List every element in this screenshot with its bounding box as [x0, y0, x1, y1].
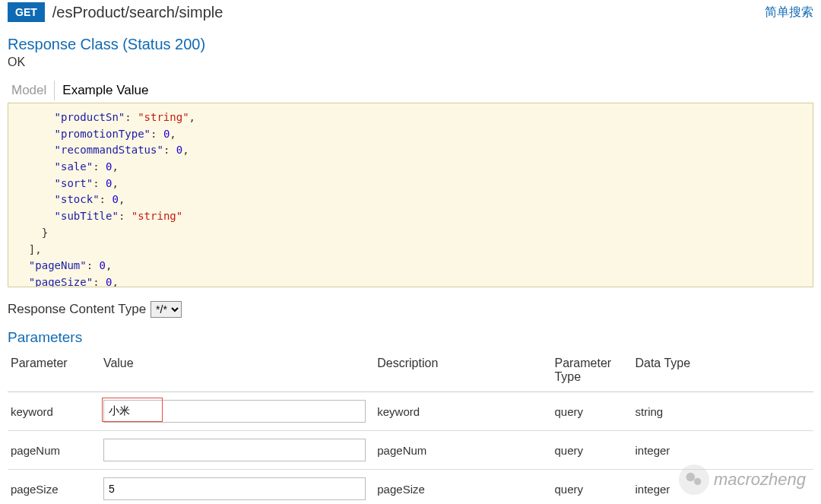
param-value-input[interactable]: [103, 439, 366, 461]
param-value-input[interactable]: [103, 477, 366, 500]
param-type-cell: query: [551, 392, 632, 431]
param-name-cell: pageNum: [8, 431, 100, 470]
param-description-cell: pageNum: [374, 431, 551, 470]
wechat-icon: [679, 464, 709, 495]
param-datatype-cell: integer: [632, 431, 813, 470]
param-type-cell: query: [551, 470, 632, 505]
param-value-input[interactable]: [103, 400, 366, 423]
endpoint-path[interactable]: /esProduct/search/simple: [52, 4, 223, 21]
param-description-cell: keyword: [374, 392, 551, 431]
response-status-text: OK: [8, 55, 813, 69]
param-type-cell: query: [551, 431, 632, 470]
svg-point-0: [686, 473, 695, 482]
param-description-cell: pageSize: [374, 470, 551, 505]
content-type-select[interactable]: */*: [151, 301, 182, 318]
param-name-cell: keyword: [8, 392, 100, 431]
param-datatype-cell: string: [632, 392, 813, 431]
response-class-title: Response Class (Status 200): [8, 36, 813, 53]
table-row: keywordkeywordquerystring: [8, 392, 813, 431]
header-param-type: Parameter Type: [551, 352, 632, 392]
watermark: macrozheng: [679, 464, 806, 495]
header-description: Description: [374, 352, 551, 392]
response-tabs: Model Example Value: [8, 81, 813, 100]
param-value-cell: [100, 392, 374, 431]
endpoint-header: GET /esProduct/search/simple 简单搜索: [8, 0, 813, 24]
svg-point-1: [694, 478, 701, 485]
table-row: pageNumpageNumqueryinteger: [8, 431, 813, 470]
response-content-type-row: Response Content Type */*: [8, 301, 813, 318]
tab-example-value[interactable]: Example Value: [55, 81, 152, 100]
parameters-title: Parameters: [8, 329, 813, 346]
param-value-cell: [100, 470, 374, 505]
http-method-badge[interactable]: GET: [8, 2, 45, 22]
header-parameter: Parameter: [8, 352, 100, 392]
endpoint-name-link[interactable]: 简单搜索: [765, 5, 813, 21]
example-value-codebox[interactable]: "productSn": "string", "promotionType": …: [8, 103, 813, 287]
content-type-label: Response Content Type: [8, 302, 146, 317]
header-value: Value: [100, 352, 374, 392]
header-data-type: Data Type: [632, 352, 813, 392]
param-name-cell: pageSize: [8, 470, 100, 505]
watermark-text: macrozheng: [714, 470, 806, 490]
param-value-cell: [100, 431, 374, 470]
tab-model[interactable]: Model: [8, 81, 55, 100]
